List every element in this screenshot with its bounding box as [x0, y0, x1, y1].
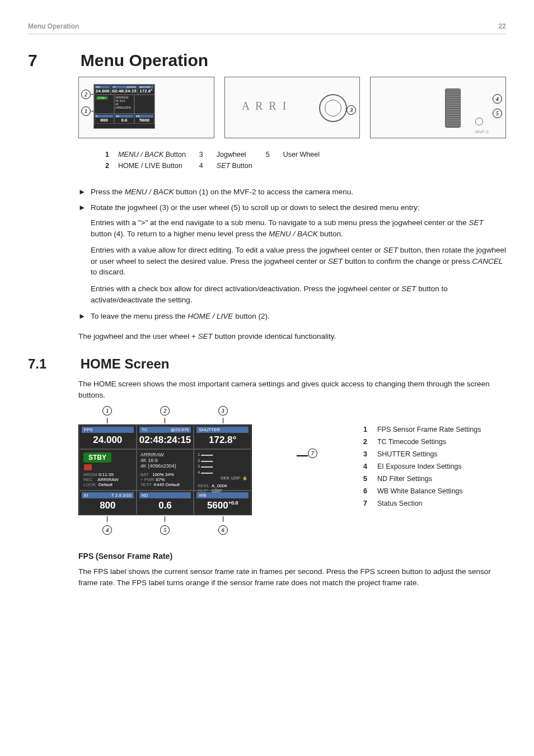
subsection-number: 7.1 — [28, 356, 78, 372]
fps-section-body: The FPS label shows the current sensor f… — [78, 566, 506, 588]
legend-row: 4EI Exposure Index Settings — [363, 461, 488, 472]
status-right: 1 ▬▬▬2 ▬▬▬3 ▬▬▬4 ▬▬▬GEN LDS² 🔒 REEL A_00… — [194, 449, 251, 491]
device-right-panel: 4 5 MVF-2 — [370, 77, 506, 138]
marker-6-icon: 6 — [218, 525, 228, 535]
fps-tile[interactable]: FPS24.000 — [79, 425, 137, 449]
chapter-heading: 7 Menu Operation — [28, 51, 506, 70]
subsection-title: HOME Screen — [81, 356, 170, 372]
tc-tile[interactable]: TC@23.97602:48:24:15 — [137, 425, 194, 449]
user-wheel-icon — [445, 88, 461, 128]
closing-note: The jogwheel and the user wheel + SET bu… — [78, 331, 506, 342]
instruction-list: ►Press the MENU / BACK button (1) on the… — [78, 186, 506, 322]
wb-tile[interactable]: WB5600+0.0 — [194, 491, 251, 515]
triangle-bullet-icon: ► — [78, 311, 91, 322]
marker-3-icon: 3 — [218, 406, 228, 416]
stby-badge: STBY — [83, 452, 111, 463]
ei-tile[interactable]: EIT 2.8 3/10800 — [79, 491, 137, 515]
status-center: ARRIRAW4K 16:94K (4096x2304) BAT 100% 34… — [137, 449, 194, 491]
header-page: 22 — [499, 22, 506, 30]
marker-7-icon: 7 — [308, 449, 317, 458]
figure-legend-table: 1MENU / BACK Button 3Jogwheel 5User Whee… — [104, 148, 333, 172]
legend-row: 1FPS Sensor Frame Rate Settings — [363, 424, 488, 435]
callout-4-icon: 4 — [493, 94, 502, 104]
device-left-panel: 2 1 FPS24.000 TC@23.97602:48:24:15 SHUTT… — [78, 77, 214, 138]
triangle-bullet-icon: ► — [78, 186, 91, 198]
marker-1-icon: 1 — [102, 406, 112, 416]
legend-row: 7Status Section — [363, 498, 488, 509]
legend-row: 6WB White Balance Settings — [363, 486, 488, 497]
mini-screen: FPS24.000 TC@23.97602:48:24:15 SHUTTER17… — [93, 84, 155, 129]
triangle-bullet-icon: ► — [78, 202, 91, 213]
legend-row: 5ND Filter Settings — [363, 473, 488, 484]
fps-section-title: FPS (Sensor Frame Rate) — [78, 552, 506, 561]
legend-row: 3SHUTTER Settings — [363, 449, 488, 460]
marker-2-icon: 2 — [160, 406, 170, 416]
shutter-tile[interactable]: SHUTTER172.8° — [194, 425, 251, 449]
instruction-detail: Entries with a ">" at the end navigate t… — [91, 217, 506, 239]
legend-row: 2TC Timecode Settings — [363, 436, 488, 447]
device-center-panel: 3 A R R I — [224, 77, 360, 138]
device-figure-row: 2 1 FPS24.000 TC@23.97602:48:24:15 SHUTT… — [78, 77, 506, 138]
warning-icon — [84, 464, 92, 470]
home-screen-figure: 1 2 3 FPS24.000 TC@23.97602:48:24:15 SHU… — [78, 406, 252, 535]
callout-1-icon: 1 — [81, 106, 91, 116]
instruction-item: ►Rotate the jogwheel (3) or the user whe… — [78, 202, 506, 213]
marker-5-icon: 5 — [160, 525, 170, 535]
subsection-intro: The HOME screen shows the most important… — [78, 379, 506, 400]
instruction-detail: Entries with a value allow for direct ed… — [91, 245, 506, 278]
page-header: Menu Operation 22 — [28, 0, 506, 34]
header-section: Menu Operation — [28, 22, 79, 30]
home-legend-table: 1FPS Sensor Frame Rate Settings2TC Timec… — [362, 423, 489, 510]
instruction-item: ►To leave the menu press the HOME / LIVE… — [78, 311, 506, 322]
instruction-item: ►Press the MENU / BACK button (1) on the… — [78, 186, 506, 198]
instruction-detail: Entries with a check box allow for direc… — [91, 283, 506, 305]
subsection-heading: 7.1 HOME Screen — [28, 356, 506, 372]
set-button-icon — [475, 118, 483, 125]
callout-3-icon: 3 — [346, 105, 356, 115]
status-left: STBY MEDIA 0:11:35REC ARRIRAWLOOK Defaul… — [79, 449, 137, 491]
callout-2-icon: 2 — [81, 90, 91, 99]
chapter-title: Menu Operation — [81, 51, 208, 70]
callout-5-icon: 5 — [493, 109, 502, 118]
chapter-number: 7 — [28, 51, 78, 70]
marker-4-icon: 4 — [102, 525, 112, 535]
nd-tile[interactable]: ND0.6 — [137, 491, 194, 515]
